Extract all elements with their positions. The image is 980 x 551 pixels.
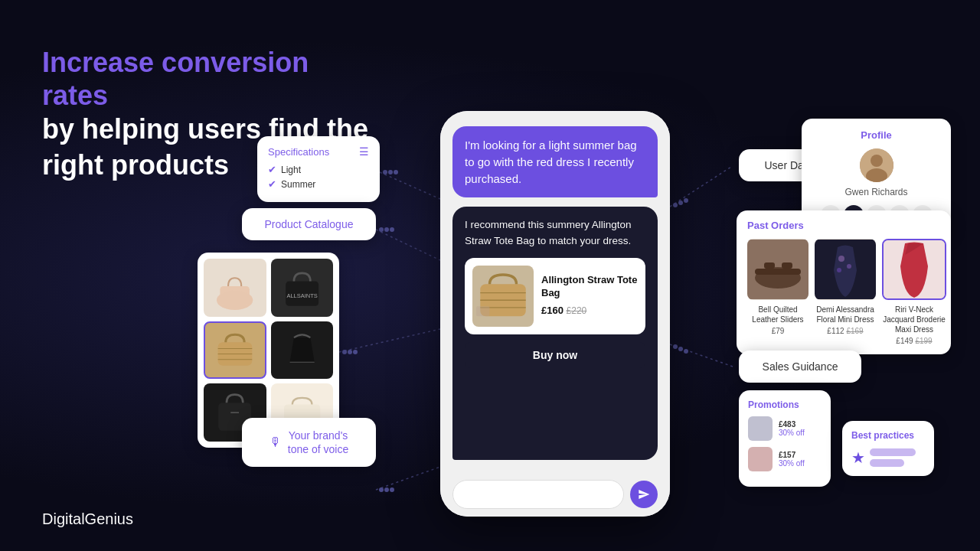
promo-item-2: £157 30% off — [748, 447, 822, 471]
bag-icon-3 — [210, 327, 260, 373]
chat-input[interactable] — [452, 480, 624, 509]
svg-point-57 — [837, 268, 841, 272]
order-name-3: Riri V-Neck Jacquard Broderie Maxi Dress — [882, 305, 946, 334]
avatar — [860, 148, 893, 182]
svg-text:ALLSAINTS: ALLSAINTS — [286, 292, 317, 299]
promo-image-2 — [748, 447, 773, 471]
svg-rect-53 — [782, 262, 792, 269]
user-message-bubble: I'm looking for a light summer bag to go… — [452, 126, 658, 197]
logo: DigitalGenius — [42, 510, 133, 528]
order-image-3 — [882, 239, 946, 300]
order-image-1 — [747, 239, 808, 300]
svg-rect-45 — [476, 306, 490, 316]
logo-text: DigitalGenius — [42, 510, 133, 527]
bot-message-text: I recommend this summery Allington Straw… — [465, 217, 645, 249]
orders-grid: Bell Quilted Leather Sliders £79 Demi — [747, 239, 940, 345]
order-item-3: Riri V-Neck Jacquard Broderie Maxi Dress… — [882, 239, 946, 345]
spec-item-summer: ✔ Summer — [268, 178, 369, 190]
product-info: Allington Straw Tote Bag £160 £220 — [541, 274, 638, 318]
product-card: Allington Straw Tote Bag £160 £220 — [465, 258, 645, 334]
order-image-2 — [815, 239, 876, 300]
best-practices-content: ★ — [851, 448, 925, 467]
mic-icon: 🎙 — [270, 435, 282, 449]
order-price-1: £79 — [747, 327, 808, 335]
past-orders-card: Past Orders Bell Quilted Leather Sliders — [737, 210, 951, 354]
bot-message-bubble: I recommend this summery Allington Straw… — [452, 207, 658, 460]
promo-info-1: £483 30% off — [779, 420, 805, 437]
grid-item-2: ALLSAINTS — [271, 259, 334, 317]
avatar-image — [860, 148, 893, 182]
promo-info-2: £157 30% off — [779, 451, 805, 468]
spec-title: Specifications — [268, 146, 329, 158]
promo-item-1: £483 30% off — [748, 416, 822, 441]
buy-now-button[interactable]: Buy now — [465, 342, 645, 368]
catalogue-card: Product Catalogue — [242, 208, 376, 240]
promotions-title: Promotions — [748, 399, 822, 410]
grid-item-1 — [204, 259, 266, 317]
order-item-1: Bell Quilted Leather Sliders £79 — [747, 239, 808, 345]
past-orders-title: Past Orders — [747, 220, 940, 231]
phone-mockup: I'm looking for a light summer bag to go… — [440, 111, 670, 517]
grid-item-4 — [271, 321, 334, 380]
product-image — [472, 266, 534, 327]
order-item-2: Demi Alessandra Floral Mini Dress £112 £… — [815, 239, 876, 345]
best-bar-2 — [870, 459, 904, 467]
order-price-3: £149 £199 — [882, 337, 946, 345]
svg-rect-51 — [755, 269, 801, 275]
heading-accent: Increase conversion rates — [42, 46, 371, 112]
phone-input-bar — [440, 472, 670, 517]
product-price: £160 £220 — [541, 303, 638, 318]
send-button[interactable] — [630, 481, 658, 508]
order-name-1: Bell Quilted Leather Sliders — [747, 305, 808, 324]
tone-text: Your brand'stone of voice — [288, 429, 348, 456]
send-icon — [638, 488, 650, 500]
sales-guidance-card: Sales Guidance — [739, 350, 861, 383]
svg-point-29 — [217, 290, 253, 310]
bag-icon-2: ALLSAINTS — [276, 263, 328, 312]
best-practices-title: Best practices — [851, 430, 925, 441]
user-message-text: I'm looking for a light summer bag to go… — [465, 139, 637, 185]
spec-item-light: ✔ Light — [268, 164, 369, 175]
spec-icon: ☰ — [359, 145, 369, 158]
svg-rect-52 — [764, 262, 775, 269]
star-icon: ★ — [851, 448, 865, 467]
profile-name: Gwen Richards — [812, 187, 940, 197]
svg-point-47 — [871, 155, 883, 167]
product-bag-icon — [476, 269, 530, 323]
best-practices-card: Best practices ★ — [842, 421, 934, 476]
specifications-card: Specifications ☰ ✔ Light ✔ Summer — [257, 136, 380, 202]
bag-icon-4 — [276, 325, 328, 374]
tone-card: 🎙 Your brand'stone of voice — [242, 418, 376, 467]
promotions-card: Promotions £483 30% off £157 30% off — [739, 390, 831, 487]
svg-point-56 — [847, 264, 851, 269]
bag-icon-1 — [208, 263, 261, 312]
best-bar-1 — [870, 448, 916, 456]
order-name-2: Demi Alessandra Floral Mini Dress — [815, 305, 876, 324]
order-price-2: £112 £169 — [815, 327, 876, 335]
promo-image-1 — [748, 416, 773, 441]
profile-title: Profile — [812, 129, 940, 141]
product-name: Allington Straw Tote Bag — [541, 274, 638, 300]
sales-guidance-text: Sales Guidance — [763, 360, 838, 373]
svg-point-55 — [838, 256, 844, 262]
grid-item-3-selected — [204, 321, 266, 380]
catalogue-title: Product Catalogue — [265, 218, 354, 230]
best-bars — [870, 448, 916, 467]
